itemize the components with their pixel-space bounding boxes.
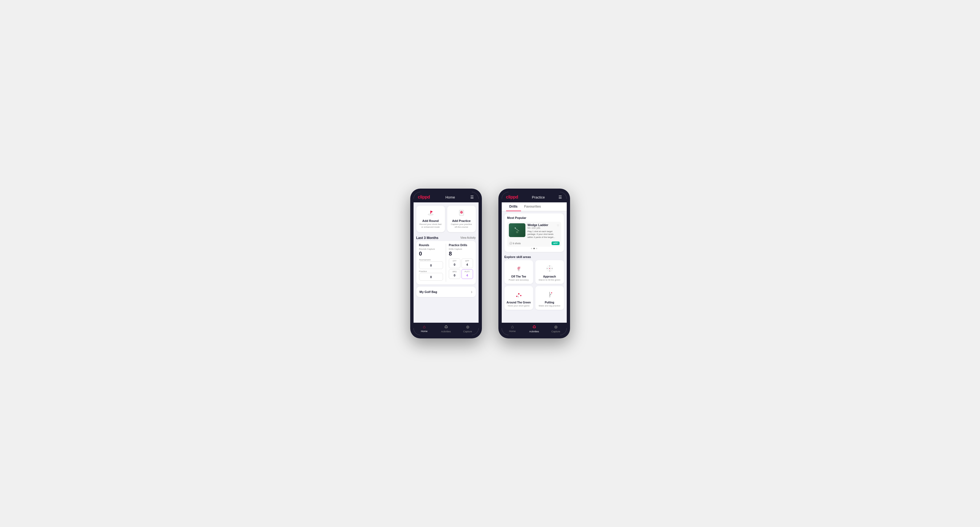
drill-card[interactable]: Wedge Ladder 50–100 yds ☆ Play 1 shot at… xyxy=(507,222,561,247)
tab-drills[interactable]: Drills xyxy=(506,202,521,211)
practice-val: 0 xyxy=(430,275,432,279)
golf-bag-row[interactable]: My Golf Bag › xyxy=(416,287,476,297)
app-logo-2: clippd xyxy=(506,195,518,200)
add-practice-card[interactable]: Add Practice Capture your practice off-t… xyxy=(447,206,476,232)
app-badge: APP xyxy=(552,241,559,245)
drill-footer: ⚪ 9 shots APP xyxy=(507,240,561,247)
quick-cards: Add Round Record your shots fast or enha… xyxy=(414,202,479,234)
drill-thumbnail xyxy=(509,223,525,237)
add-practice-title: Add Practice xyxy=(449,219,474,222)
home-content: Add Round Record your shots fast or enha… xyxy=(414,202,479,323)
svg-point-10 xyxy=(518,270,519,271)
activities-nav-icon-2: ♻ xyxy=(532,324,536,330)
golf-bag-arrow: › xyxy=(471,289,472,294)
svg-point-7 xyxy=(516,231,518,233)
rounds-capture-value: 0 xyxy=(419,251,443,257)
nav-activities-1[interactable]: ♻ Activities xyxy=(435,324,457,333)
app-val: 4 xyxy=(466,263,468,266)
skill-putting[interactable]: Putting Make and lag practice xyxy=(535,286,564,310)
skill-approach[interactable]: Approach Dial-in to hit the green xyxy=(535,260,564,284)
golf-bag-label: My Golf Bag xyxy=(420,290,437,294)
drills-capture-label: Drills Capture xyxy=(449,248,473,250)
skill-name-approach: Approach xyxy=(538,275,562,278)
nav-capture-2[interactable]: ⊕ Capture xyxy=(545,324,567,333)
svg-point-31 xyxy=(550,295,550,296)
drills-col: Practice Drills Drills Capture 8 OTT 0 A… xyxy=(449,244,473,282)
capture-nav-icon-2: ⊕ xyxy=(554,324,558,330)
add-round-title: Add Round xyxy=(418,219,443,222)
svg-point-27 xyxy=(549,296,550,297)
ott-val: 0 xyxy=(454,263,455,266)
dot-2 xyxy=(533,248,535,249)
practice-label: Practice xyxy=(419,270,443,273)
svg-line-8 xyxy=(515,228,519,231)
skill-sub-atg: Hone your short game xyxy=(507,305,531,307)
nav-capture-1[interactable]: ⊕ Capture xyxy=(457,324,479,333)
add-round-icon xyxy=(418,209,443,218)
drills-capture-value: 8 xyxy=(449,251,473,257)
svg-point-26 xyxy=(518,297,519,297)
svg-marker-2 xyxy=(431,211,433,213)
drill-yds: 50–100 yds xyxy=(528,227,549,229)
nav-home-1[interactable]: ⌂ Home xyxy=(414,324,435,333)
bottom-nav-1: ⌂ Home ♻ Activities ⊕ Capture xyxy=(414,323,479,335)
home-nav-icon-2: ⌂ xyxy=(511,324,514,329)
skill-sub-putting: Make and lag practice xyxy=(538,305,562,307)
stats-box: Rounds Rounds Capture 0 Tournament 0 Pra… xyxy=(416,241,476,284)
activities-nav-label-1: Activities xyxy=(441,330,451,333)
ott-label: OTT xyxy=(450,260,460,262)
arg-val: 0 xyxy=(454,274,455,277)
phone-1: clippd Home ☰ Add Round Record your xyxy=(410,189,482,338)
capture-nav-icon-1: ⊕ xyxy=(466,324,469,330)
explore-title: Explore skill areas xyxy=(502,254,567,260)
skill-icon-putting xyxy=(538,289,562,300)
add-round-card[interactable]: Add Round Record your shots fast or enha… xyxy=(416,206,445,232)
activities-nav-label-2: Activities xyxy=(529,330,539,333)
home-nav-label-2: Home xyxy=(509,330,516,333)
drill-shots: ⚪ 9 shots xyxy=(509,242,521,245)
drill-title: Wedge Ladder xyxy=(528,223,549,227)
menu-icon-1[interactable]: ☰ xyxy=(470,195,474,199)
star-icon[interactable]: ☆ xyxy=(557,223,560,227)
putt-val: 4 xyxy=(466,274,468,277)
most-popular-section: Most Popular xyxy=(504,213,564,252)
menu-icon-2[interactable]: ☰ xyxy=(558,195,562,199)
drill-thumb-image xyxy=(509,223,525,237)
skill-around-green[interactable]: Around The Green Hone your short game xyxy=(504,286,533,310)
header-title-2: Practice xyxy=(532,195,545,199)
drill-desc: Play 1 shot at each target yardage. If y… xyxy=(528,230,560,239)
tournament-box: 0 xyxy=(419,261,443,269)
app-logo-1: clippd xyxy=(418,195,430,200)
skill-icon-approach xyxy=(538,263,562,274)
skill-name-atg: Around The Green xyxy=(507,301,531,304)
svg-point-9 xyxy=(515,227,516,229)
tournament-val: 0 xyxy=(430,264,432,267)
nav-home-2[interactable]: ⌂ Home xyxy=(502,324,523,333)
arg-label: ARG xyxy=(450,271,460,273)
svg-point-22 xyxy=(549,268,550,269)
skill-icon-ott xyxy=(507,263,531,274)
dot-1 xyxy=(531,248,532,249)
skill-grid: Off The Tee Power and accuracy xyxy=(502,260,567,312)
svg-point-30 xyxy=(550,294,551,295)
putt-box: PUTT 4 xyxy=(461,269,473,279)
most-popular-title: Most Popular xyxy=(507,216,561,219)
activity-title: Last 3 Months xyxy=(416,236,439,240)
view-activity-link[interactable]: View Activity xyxy=(460,236,476,239)
practice-content: Most Popular xyxy=(502,211,567,323)
add-practice-icon xyxy=(449,209,474,218)
drills-title: Practice Drills xyxy=(449,244,473,247)
skill-name-ott: Off The Tee xyxy=(507,275,531,278)
rounds-col: Rounds Rounds Capture 0 Tournament 0 Pra… xyxy=(419,244,443,282)
bottom-nav-2: ⌂ Home ♻ Activities ⊕ Capture xyxy=(502,323,567,335)
carousel-dots xyxy=(507,248,561,249)
home-nav-label-1: Home xyxy=(421,330,428,333)
drill-info: Wedge Ladder 50–100 yds ☆ Play 1 shot at… xyxy=(528,223,560,239)
tab-favourites[interactable]: Favourites xyxy=(521,202,544,211)
tournament-label: Tournament xyxy=(419,259,443,261)
app-box: APP 4 xyxy=(461,259,473,268)
practice-box: 0 xyxy=(419,273,443,281)
nav-activities-2[interactable]: ♻ Activities xyxy=(523,324,545,333)
skill-sub-ott: Power and accuracy xyxy=(507,279,531,281)
skill-off-the-tee[interactable]: Off The Tee Power and accuracy xyxy=(504,260,533,284)
